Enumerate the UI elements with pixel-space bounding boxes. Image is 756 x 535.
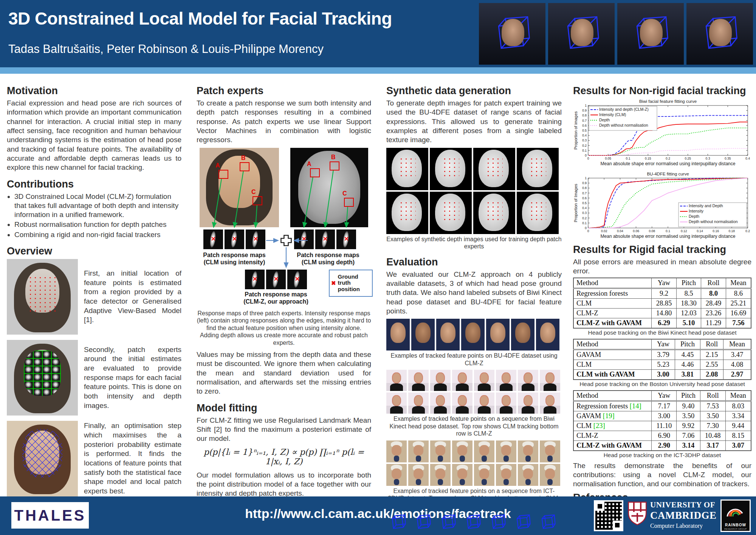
patch-box-label: C [342, 190, 347, 197]
svg-text:Biwi facial feature fitting cu: Biwi facial feature fitting curve [639, 99, 697, 104]
svg-text:0.15: 0.15 [645, 157, 651, 160]
svg-text:0: 0 [587, 157, 589, 160]
model-formulation-paragraph: Our model formulation allows us to incor… [197, 471, 371, 498]
svg-text:0.6: 0.6 [582, 124, 587, 127]
ict-face-image [474, 464, 494, 486]
svg-text:0.4: 0.4 [745, 157, 750, 160]
bu-pose-image [411, 512, 435, 533]
biwi-face-image [430, 370, 451, 391]
svg-text:Mean absolute shape error norm: Mean absolute shape error normalised usi… [601, 161, 736, 166]
bu-pose-image [436, 512, 460, 533]
bu-pose-image [386, 512, 410, 533]
overview-step-1-text: First, an initial location of feature po… [84, 269, 181, 325]
svg-text:0.2: 0.2 [666, 157, 670, 160]
pose-cube-icon [699, 8, 741, 60]
rigid-results-heading: Results for Rigid facial tracking [573, 244, 751, 256]
synthetic-paragraph: To generate depth images for patch exper… [386, 99, 562, 145]
ict-face-image [386, 464, 407, 486]
svg-text:Proportion of images: Proportion of images [573, 111, 578, 150]
cambridge-line3: Computer Laboratory [650, 523, 717, 529]
rainbow-arcs-icon [723, 501, 747, 520]
ground-truth-x-icon: ✖ [331, 280, 336, 287]
response-maps-image [7, 340, 78, 416]
bu4dfe-face-image [436, 319, 460, 350]
cambridge-line2: CAMBRIDGE [650, 510, 717, 521]
svg-text:0: 0 [585, 226, 587, 230]
column-synthetic-evaluation: Synthetic data generation To generate de… [386, 85, 562, 535]
bu4dfe-face-image [536, 319, 559, 350]
pose-cube-icon [389, 513, 407, 532]
header-banner: 3D Constrained Local Model for Facial Tr… [0, 0, 756, 67]
svg-text:0.5: 0.5 [582, 129, 587, 132]
biwi-face-image [430, 392, 451, 414]
patch-box [344, 198, 354, 207]
ict-face-image [518, 440, 538, 462]
bu-pose-image [511, 512, 534, 533]
patch-experts-heading: Patch experts [197, 85, 371, 97]
contributions-list: 3D Constrained Local Model (CLM-Z) formu… [7, 192, 181, 240]
patch-experts-paragraph: To create a patch response we sum both i… [197, 99, 371, 145]
biwi-strip-clmz [386, 392, 562, 414]
tracked-face-frame [617, 3, 684, 65]
ict-face-image [430, 440, 451, 462]
biwi-face-image [496, 392, 516, 414]
patch-box-label: C [251, 189, 256, 195]
biwi-face-image [496, 370, 516, 391]
patch-box-label: A [307, 161, 311, 167]
bu-pose-image [536, 512, 559, 533]
svg-text:0.05: 0.05 [605, 157, 611, 160]
svg-text:0.04: 0.04 [617, 229, 623, 233]
biwi-face-image [518, 370, 538, 391]
ict-face-image [496, 440, 516, 462]
sum-icon [280, 234, 292, 247]
cambridge-crest-icon [627, 501, 647, 526]
synthetic-depth-image [386, 192, 428, 234]
synthetic-depth-row [386, 148, 562, 190]
patch-box-label: A [215, 162, 220, 169]
mesh-fit-image [7, 421, 78, 496]
biwi-face-image [452, 392, 472, 414]
biwi-face-image [386, 370, 407, 391]
synthetic-depth-image [430, 192, 472, 234]
synthetic-depth-image [386, 148, 428, 190]
svg-text:0.3: 0.3 [706, 157, 710, 160]
rigid-results-subtext: All pose errors are measured in mean abs… [573, 257, 751, 276]
svg-text:0.06: 0.06 [633, 229, 639, 233]
cambridge-logo: UNIVERSITY OF CAMBRIDGE Computer Laborat… [627, 500, 716, 532]
poster-authors: Tadas Baltrušaitis, Peter Robinson & Lou… [8, 42, 324, 56]
svg-text:Intensity (CLM): Intensity (CLM) [599, 112, 626, 117]
biwi-caption: Examples of tracked feature points on a … [386, 415, 562, 437]
svg-text:0.25: 0.25 [685, 157, 691, 160]
header-video-frames [479, 3, 753, 65]
bu4dfe-face-image [386, 319, 410, 350]
ict-strip-clmz [386, 464, 562, 486]
conclusion-paragraph: The results demonstrate the benefits of … [573, 461, 751, 489]
figure-caption: Response maps of three patch experts. In… [197, 310, 371, 347]
svg-text:BU-4DFE fitting curve: BU-4DFE fitting curve [647, 172, 689, 176]
svg-text:0.4: 0.4 [582, 133, 587, 137]
synthetic-caption: Examples of synthetic depth images used … [386, 236, 562, 250]
cambridge-line1: UNIVERSITY OF [650, 500, 717, 510]
biwi-face-image [474, 370, 494, 391]
patch-box [330, 161, 339, 171]
svg-text:0.6: 0.6 [582, 196, 587, 200]
biwi-results-table: MethodYawPitchRollMeanRegression forests… [573, 278, 751, 329]
pose-cube-icon [560, 8, 603, 60]
patch-box [218, 170, 228, 179]
overview-step-2-text: Secondly, patch experts around the initi… [84, 345, 181, 411]
bu4dfe-caption: Examples of tracked feature points on BU… [386, 352, 562, 367]
pose-cube-icon [513, 513, 532, 532]
svg-text:Mean absolute shape error norm: Mean absolute shape error normalised usi… [601, 234, 736, 239]
pose-cube-icon [629, 8, 672, 60]
ict-strip-clm [386, 440, 562, 462]
qr-code [594, 500, 623, 531]
svg-text:0.02: 0.02 [601, 229, 607, 233]
svg-text:Depth: Depth [599, 118, 610, 122]
patch-box [310, 168, 320, 177]
svg-text:Intensity and depth (CLM-Z): Intensity and depth (CLM-Z) [599, 107, 649, 112]
svg-text:0.2: 0.2 [582, 216, 587, 220]
svg-text:0.1: 0.1 [666, 229, 670, 233]
svg-text:0.2: 0.2 [582, 144, 587, 147]
biwi-table-caption: Head pose tracking on the Biwi Kinect he… [573, 329, 751, 336]
bu4dfe-fitting-chart: BU-4DFE fitting curve00.020.040.060.080.… [573, 171, 751, 242]
